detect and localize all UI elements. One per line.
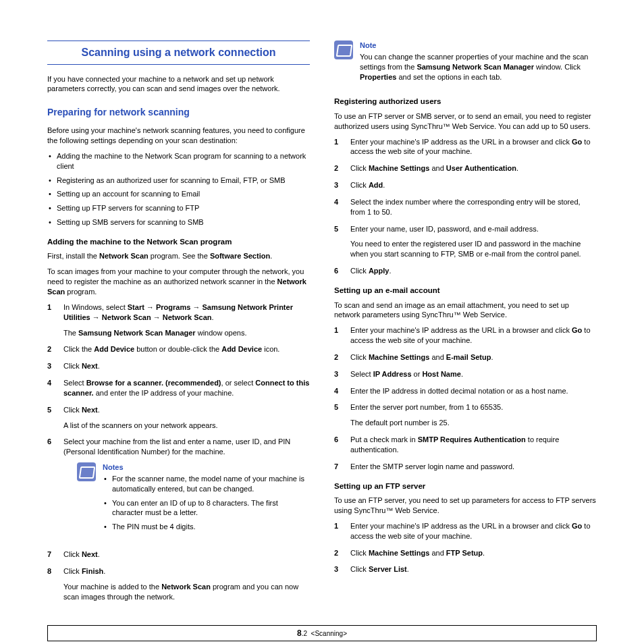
step-item: In Windows, select Start → Programs → Sa…: [47, 302, 310, 338]
notes-block: Notes For the scanner name, the model na…: [77, 462, 310, 536]
step-item: Select IP Address or Host Name.: [334, 369, 597, 379]
step-item: Click Apply.: [334, 266, 597, 276]
step-item: Enter your machine's IP address as the U…: [334, 325, 597, 346]
step-item: Select the index number where the corres…: [334, 197, 597, 217]
registering-steps: Enter your machine's IP address as the U…: [334, 137, 597, 276]
step-item: Put a check mark in SMTP Requires Authen…: [334, 435, 597, 455]
page-columns: Scanning using a network connection If y…: [47, 41, 597, 609]
email-intro: To scan and send an image as an email at…: [334, 300, 597, 321]
step-item: Click Next.: [47, 361, 310, 371]
left-column: Scanning using a network connection If y…: [47, 41, 310, 609]
section-title: Scanning using a network connection: [47, 41, 310, 65]
prep-bullet-list: Adding the machine to the Network Scan p…: [47, 151, 310, 227]
step-item: Click Machine Settings and E-mail Setup.: [334, 352, 597, 363]
note-icon: [334, 41, 353, 59]
list-item: Registering as an authorized user for sc…: [57, 176, 310, 186]
registering-intro: To use an FTP server or SMB server, or t…: [334, 111, 597, 132]
list-item: Setting up FTP servers for scanning to F…: [57, 203, 310, 213]
ftp-title: Setting up an FTP server: [334, 481, 597, 492]
preparing-intro: Before using your machine's network scan…: [47, 126, 310, 146]
step-item: Enter your name, user ID, password, and …: [334, 224, 597, 260]
step-item: Enter your machine's IP address as the U…: [334, 521, 597, 541]
adding-steps: In Windows, select Start → Programs → Sa…: [47, 302, 310, 602]
chapter-number: 8: [297, 628, 302, 638]
step-item: Click Machine Settings and FTP Setup.: [334, 548, 597, 558]
note-title: Note: [360, 41, 597, 51]
note-icon: [77, 462, 96, 481]
notes-title: Notes: [103, 462, 310, 473]
adding-p1: First, install the Network Scan program.…: [47, 251, 310, 261]
right-column: Note You can change the scanner properti…: [334, 41, 597, 609]
step-item: Click Machine Settings and User Authenti…: [334, 163, 597, 173]
list-item: Adding the machine to the Network Scan p…: [57, 151, 310, 171]
registering-title: Registering authorized users: [334, 97, 597, 107]
step-item: Select Browse for a scanner. (recommende…: [47, 378, 310, 398]
page-footer: 8.2 <Scanning>: [47, 625, 597, 641]
email-steps: Enter your machine's IP address as the U…: [334, 325, 597, 471]
step-item: Enter your machine's IP address as the U…: [334, 137, 597, 157]
step-item: Click Add.: [334, 180, 597, 190]
top-note-block: Note You can change the scanner properti…: [334, 41, 597, 87]
step-item: Click Next. A list of the scanners on yo…: [47, 405, 310, 431]
list-item: Setting up an account for scanning to Em…: [57, 189, 310, 199]
step-item: Enter the IP address in dotted decimal n…: [334, 386, 597, 396]
adding-machine-title: Adding the machine to the Network Scan p…: [47, 237, 310, 248]
intro-text: If you have connected your machine to a …: [47, 74, 310, 95]
note-item: The PIN must be 4 digits.: [112, 522, 310, 532]
step-item: Click Server List.: [334, 564, 597, 574]
step-item: Select your machine from the list and en…: [47, 437, 310, 543]
step-item: Enter the SMTP server login name and pas…: [334, 462, 597, 472]
adding-p2: To scan images from your machine to your…: [47, 267, 310, 297]
page-number: .2: [302, 630, 307, 637]
footer-label: <Scanning>: [311, 630, 347, 637]
step-item: Enter the server port number, from 1 to …: [334, 402, 597, 428]
step-item: Click Finish. Your machine is added to t…: [47, 566, 310, 602]
ftp-steps: Enter your machine's IP address as the U…: [334, 521, 597, 574]
step-item: Click Next.: [47, 549, 310, 560]
note-text: You can change the scanner properties of…: [360, 52, 597, 82]
step-item: Click the Add Device button or double-cl…: [47, 344, 310, 354]
ftp-intro: To use an FTP server, you need to set up…: [334, 495, 597, 516]
note-item: For the scanner name, the model name of …: [112, 474, 310, 494]
preparing-title: Preparing for network scanning: [47, 106, 310, 119]
note-item: You can enter an ID of up to 8 character…: [112, 498, 310, 518]
list-item: Setting up SMB servers for scanning to S…: [57, 217, 310, 227]
email-title: Setting up an e-mail account: [334, 286, 597, 296]
